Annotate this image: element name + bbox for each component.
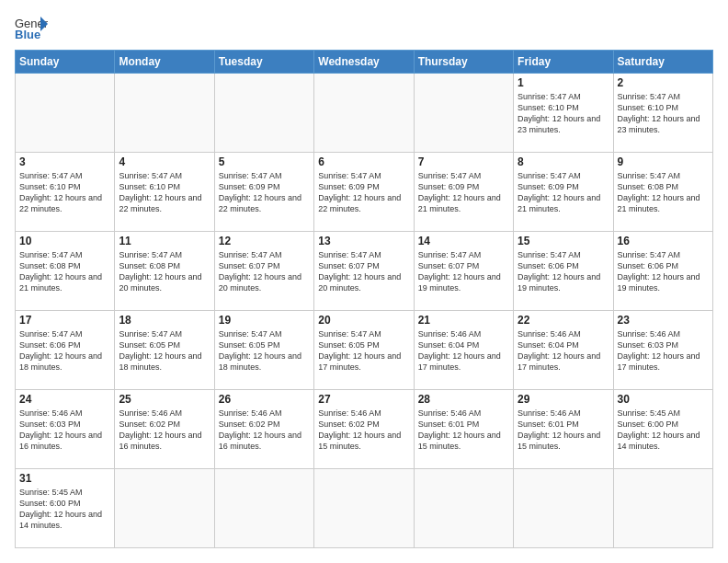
cell-sun-info: Sunrise: 5:46 AM Sunset: 6:02 PM Dayligh…: [119, 408, 210, 453]
calendar-cell: 19Sunrise: 5:47 AM Sunset: 6:05 PM Dayli…: [214, 311, 313, 390]
page: General Blue SundayMondayTuesdayWednesda…: [0, 0, 728, 563]
cell-day-number: 5: [219, 155, 310, 168]
cell-day-number: 31: [19, 472, 110, 485]
logo-icon: General Blue: [15, 15, 48, 40]
cell-day-number: 11: [119, 235, 210, 247]
calendar-cell: [16, 74, 115, 153]
cell-sun-info: Sunrise: 5:47 AM Sunset: 6:05 PM Dayligh…: [318, 328, 409, 373]
calendar-cell: 4Sunrise: 5:47 AM Sunset: 6:10 PM Daylig…: [115, 153, 214, 232]
cell-day-number: 7: [418, 155, 509, 168]
cell-day-number: 2: [618, 76, 709, 89]
calendar-cell: 24Sunrise: 5:46 AM Sunset: 6:03 PM Dayli…: [16, 390, 115, 469]
cell-sun-info: Sunrise: 5:47 AM Sunset: 6:05 PM Dayligh…: [219, 328, 310, 373]
calendar-cell: 20Sunrise: 5:47 AM Sunset: 6:05 PM Dayli…: [314, 311, 414, 390]
cell-sun-info: Sunrise: 5:47 AM Sunset: 6:08 PM Dayligh…: [19, 249, 110, 294]
calendar-cell: 7Sunrise: 5:47 AM Sunset: 6:09 PM Daylig…: [414, 153, 513, 232]
weekday-sunday: Sunday: [16, 51, 115, 74]
cell-sun-info: Sunrise: 5:45 AM Sunset: 6:00 PM Dayligh…: [618, 408, 709, 453]
cell-day-number: 3: [19, 155, 110, 168]
calendar-cell: 14Sunrise: 5:47 AM Sunset: 6:07 PM Dayli…: [414, 232, 513, 311]
calendar-cell: 18Sunrise: 5:47 AM Sunset: 6:05 PM Dayli…: [115, 311, 214, 390]
cell-day-number: 15: [518, 235, 609, 247]
cell-day-number: 17: [19, 314, 110, 327]
calendar-cell: 10Sunrise: 5:47 AM Sunset: 6:08 PM Dayli…: [16, 232, 115, 311]
calendar-week-row: 24Sunrise: 5:46 AM Sunset: 6:03 PM Dayli…: [16, 390, 713, 469]
cell-day-number: 24: [19, 393, 110, 406]
logo: General Blue: [15, 15, 48, 40]
cell-day-number: 6: [318, 155, 409, 168]
cell-day-number: 22: [518, 314, 609, 327]
calendar-cell: 6Sunrise: 5:47 AM Sunset: 6:09 PM Daylig…: [314, 153, 414, 232]
cell-day-number: 14: [418, 235, 509, 247]
cell-sun-info: Sunrise: 5:46 AM Sunset: 6:04 PM Dayligh…: [418, 328, 509, 373]
cell-sun-info: Sunrise: 5:46 AM Sunset: 6:03 PM Dayligh…: [19, 408, 110, 453]
cell-day-number: 9: [618, 155, 709, 168]
weekday-friday: Friday: [514, 51, 613, 74]
calendar-cell: [314, 74, 414, 153]
cell-sun-info: Sunrise: 5:46 AM Sunset: 6:03 PM Dayligh…: [618, 328, 709, 373]
calendar-cell: [514, 469, 613, 548]
calendar-cell: 29Sunrise: 5:46 AM Sunset: 6:01 PM Dayli…: [514, 390, 613, 469]
cell-sun-info: Sunrise: 5:47 AM Sunset: 6:10 PM Dayligh…: [19, 170, 110, 215]
calendar-cell: [115, 74, 214, 153]
cell-day-number: 26: [219, 393, 310, 406]
weekday-thursday: Thursday: [414, 51, 513, 74]
calendar-cell: 11Sunrise: 5:47 AM Sunset: 6:08 PM Dayli…: [115, 232, 214, 311]
cell-sun-info: Sunrise: 5:46 AM Sunset: 6:04 PM Dayligh…: [518, 328, 609, 373]
cell-sun-info: Sunrise: 5:47 AM Sunset: 6:10 PM Dayligh…: [518, 91, 609, 136]
calendar-cell: 16Sunrise: 5:47 AM Sunset: 6:06 PM Dayli…: [613, 232, 712, 311]
calendar-table: SundayMondayTuesdayWednesdayThursdayFrid…: [15, 50, 713, 548]
cell-sun-info: Sunrise: 5:47 AM Sunset: 6:07 PM Dayligh…: [219, 249, 310, 294]
cell-day-number: 8: [518, 155, 609, 168]
cell-day-number: 4: [119, 155, 210, 168]
cell-day-number: 23: [618, 314, 709, 327]
cell-sun-info: Sunrise: 5:47 AM Sunset: 6:09 PM Dayligh…: [219, 170, 310, 215]
calendar-cell: 2Sunrise: 5:47 AM Sunset: 6:10 PM Daylig…: [613, 74, 712, 153]
calendar-cell: 1Sunrise: 5:47 AM Sunset: 6:10 PM Daylig…: [514, 74, 613, 153]
cell-sun-info: Sunrise: 5:47 AM Sunset: 6:08 PM Dayligh…: [119, 249, 210, 294]
cell-sun-info: Sunrise: 5:47 AM Sunset: 6:07 PM Dayligh…: [418, 249, 509, 294]
cell-sun-info: Sunrise: 5:46 AM Sunset: 6:02 PM Dayligh…: [318, 408, 409, 453]
calendar-cell: [214, 469, 313, 548]
cell-sun-info: Sunrise: 5:47 AM Sunset: 6:09 PM Dayligh…: [518, 170, 609, 215]
calendar-cell: 17Sunrise: 5:47 AM Sunset: 6:06 PM Dayli…: [16, 311, 115, 390]
calendar-week-row: 17Sunrise: 5:47 AM Sunset: 6:06 PM Dayli…: [16, 311, 713, 390]
cell-sun-info: Sunrise: 5:45 AM Sunset: 6:00 PM Dayligh…: [19, 487, 110, 532]
cell-sun-info: Sunrise: 5:47 AM Sunset: 6:08 PM Dayligh…: [618, 170, 709, 215]
calendar-cell: [414, 469, 513, 548]
calendar-week-row: 31Sunrise: 5:45 AM Sunset: 6:00 PM Dayli…: [16, 469, 713, 548]
cell-sun-info: Sunrise: 5:47 AM Sunset: 6:09 PM Dayligh…: [418, 170, 509, 215]
calendar-week-row: 10Sunrise: 5:47 AM Sunset: 6:08 PM Dayli…: [16, 232, 713, 311]
calendar-cell: [214, 74, 313, 153]
cell-day-number: 10: [19, 235, 110, 247]
cell-sun-info: Sunrise: 5:47 AM Sunset: 6:10 PM Dayligh…: [618, 91, 709, 136]
cell-day-number: 28: [418, 393, 509, 406]
cell-sun-info: Sunrise: 5:47 AM Sunset: 6:10 PM Dayligh…: [119, 170, 210, 215]
calendar-cell: 22Sunrise: 5:46 AM Sunset: 6:04 PM Dayli…: [514, 311, 613, 390]
cell-day-number: 27: [318, 393, 409, 406]
cell-sun-info: Sunrise: 5:47 AM Sunset: 6:06 PM Dayligh…: [19, 328, 110, 373]
cell-day-number: 19: [219, 314, 310, 327]
calendar-cell: [613, 469, 712, 548]
weekday-saturday: Saturday: [613, 51, 712, 74]
calendar-cell: 12Sunrise: 5:47 AM Sunset: 6:07 PM Dayli…: [214, 232, 313, 311]
calendar-cell: 28Sunrise: 5:46 AM Sunset: 6:01 PM Dayli…: [414, 390, 513, 469]
weekday-monday: Monday: [115, 51, 214, 74]
calendar-cell: 31Sunrise: 5:45 AM Sunset: 6:00 PM Dayli…: [16, 469, 115, 548]
calendar-cell: 9Sunrise: 5:47 AM Sunset: 6:08 PM Daylig…: [613, 153, 712, 232]
calendar-cell: 8Sunrise: 5:47 AM Sunset: 6:09 PM Daylig…: [514, 153, 613, 232]
weekday-wednesday: Wednesday: [314, 51, 414, 74]
cell-day-number: 12: [219, 235, 310, 247]
calendar-cell: [314, 469, 414, 548]
calendar-cell: 5Sunrise: 5:47 AM Sunset: 6:09 PM Daylig…: [214, 153, 313, 232]
cell-day-number: 30: [618, 393, 709, 406]
calendar-cell: 13Sunrise: 5:47 AM Sunset: 6:07 PM Dayli…: [314, 232, 414, 311]
calendar-cell: 15Sunrise: 5:47 AM Sunset: 6:06 PM Dayli…: [514, 232, 613, 311]
calendar-cell: [115, 469, 214, 548]
calendar-cell: 21Sunrise: 5:46 AM Sunset: 6:04 PM Dayli…: [414, 311, 513, 390]
cell-day-number: 1: [518, 76, 609, 89]
calendar-week-row: 3Sunrise: 5:47 AM Sunset: 6:10 PM Daylig…: [16, 153, 713, 232]
cell-sun-info: Sunrise: 5:47 AM Sunset: 6:06 PM Dayligh…: [518, 249, 609, 294]
svg-text:Blue: Blue: [15, 28, 40, 40]
cell-day-number: 18: [119, 314, 210, 327]
